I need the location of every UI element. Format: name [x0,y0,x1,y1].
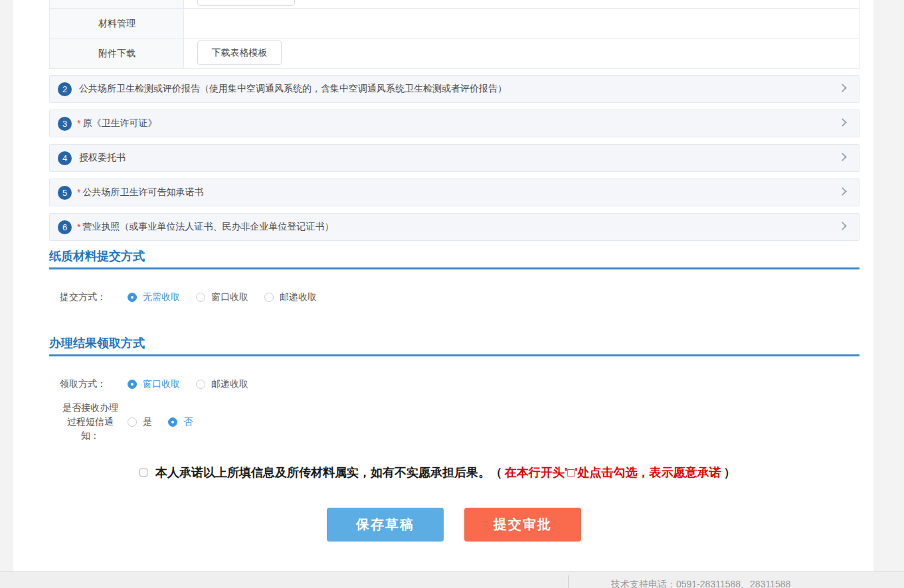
required-mark: * [77,118,80,129]
radio-option-sms-no[interactable]: 否 [168,416,193,428]
radio-option-mail-collect[interactable]: 邮递收取 [264,291,317,303]
radio-option-sms-yes[interactable]: 是 [128,416,152,428]
sms-notify-row: 是否接收办理过程短信通知： 是 否 [60,401,209,443]
submit-method-label: 提交方式： [60,291,121,303]
accordion-item-label: 营业执照（或事业单位法人证书、民办非企业单位登记证书） [82,221,333,233]
accordion-item-6[interactable]: 6 * 营业执照（或事业单位法人证书、民办非企业单位登记证书） [49,213,859,241]
radio-icon[interactable] [264,293,274,302]
section-divider [49,354,859,356]
footer-divider [568,575,569,588]
pickup-method-row: 领取方式： 窗口收取 邮递收取 [60,375,264,394]
attachment-table: 材料管理 附件下载 下载表格模板 [49,0,859,69]
number-badge: 2 [58,82,72,96]
number-badge: 5 [58,186,72,200]
number-badge: 4 [58,151,72,165]
accordion-item-label: 公共场所卫生检测或评价报告（使用集中空调通风系统的，含集中空调通风系统卫生检测或… [79,83,507,95]
truncated-input[interactable] [197,0,295,6]
accordion-item-label: 原《卫生许可证》 [82,117,157,129]
required-mark: * [77,222,80,232]
chevron-right-icon [838,153,847,161]
section-title-paper-submit: 纸质材料提交方式 [49,248,145,264]
radio-icon[interactable] [128,417,137,427]
accordion-item-4[interactable]: 4 授权委托书 [49,144,859,172]
accordion-item-3[interactable]: 3 * 原《卫生许可证》 [49,110,859,137]
number-badge: 3 [58,117,72,131]
form-card: 材料管理 附件下载 下载表格模板 2 公共场所卫生检测或评价报告（使用集中空调通… [13,0,873,571]
accordion-item-2[interactable]: 2 公共场所卫生检测或评价报告（使用集中空调通风系统的，含集中空调通风系统卫生检… [49,75,859,103]
radio-icon[interactable] [196,380,205,389]
section-title-result-pickup: 办理结果领取方式 [49,335,145,351]
commitment-text: 本人承诺以上所填信息及所传材料属实，如有不实愿承担后果。（在本行开头'□'处点击… [155,465,735,480]
save-draft-button[interactable]: 保存草稿 [327,508,444,542]
support-phone-text: 技术支持电话：0591-28311588、28311588 [611,579,790,588]
radio-icon[interactable] [128,380,137,389]
page-footer: 技术支持电话：0591-28311588、28311588 [0,571,904,588]
required-mark: * [77,187,80,198]
accordion-item-label: 公共场所卫生许可告知承诺书 [82,186,203,198]
attachment-download-label: 附件下载 [50,48,184,60]
radio-option-window-pickup[interactable]: 窗口收取 [128,378,180,390]
submit-approval-button[interactable]: 提交审批 [464,508,581,542]
table-row-divider [50,8,859,9]
commitment-checkbox[interactable] [139,469,147,477]
commitment-row: 本人承诺以上所填信息及所传材料属实，如有不实愿承担后果。（在本行开头'□'处点击… [139,465,735,480]
pickup-method-label: 领取方式： [60,378,121,390]
accordion-item-5[interactable]: 5 * 公共场所卫生许可告知承诺书 [49,179,859,206]
download-template-button[interactable]: 下载表格模板 [197,40,282,65]
commitment-red-hint: 在本行开头'□'处点击勾选，表示愿意承诺 [505,466,721,479]
submit-method-row: 提交方式： 无需收取 窗口收取 邮递收取 [60,288,333,307]
radio-icon[interactable] [128,293,137,302]
radio-option-window-collect[interactable]: 窗口收取 [196,291,248,303]
radio-option-no-collect[interactable]: 无需收取 [128,291,180,303]
chevron-right-icon [838,222,847,230]
radio-icon[interactable] [196,293,205,302]
sms-notify-label: 是否接收办理过程短信通知： [60,401,121,443]
radio-option-mail-pickup[interactable]: 邮递收取 [196,378,248,390]
material-manage-label: 材料管理 [50,18,184,30]
radio-icon[interactable] [168,417,177,427]
form-page: 材料管理 附件下载 下载表格模板 2 公共场所卫生检测或评价报告（使用集中空调通… [0,0,904,588]
chevron-right-icon [838,118,847,127]
table-row-divider [50,38,859,38]
section-divider [49,267,859,269]
chevron-right-icon [838,84,847,92]
number-badge: 6 [58,220,72,234]
chevron-right-icon [838,187,847,196]
accordion-item-label: 授权委托书 [79,152,126,164]
